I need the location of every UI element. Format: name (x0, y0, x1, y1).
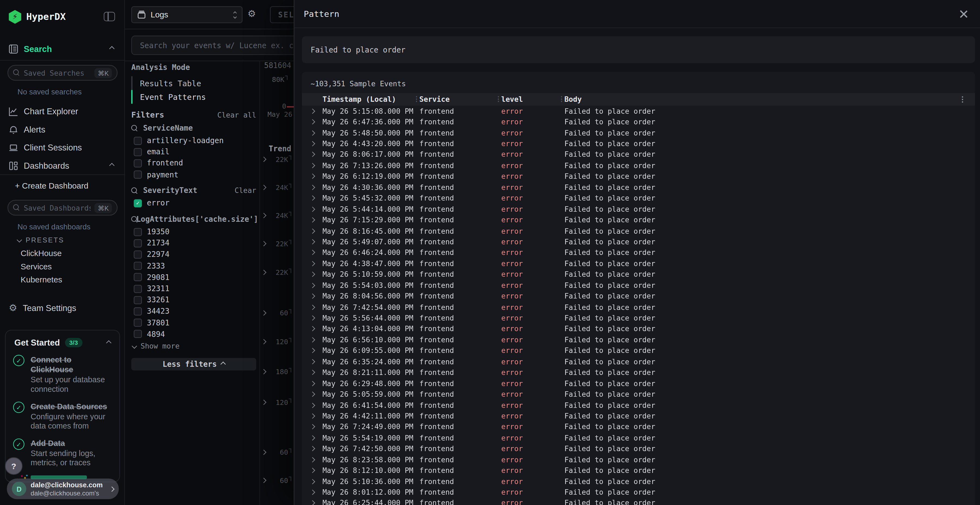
expand-pattern-chevron-icon[interactable] (261, 339, 266, 344)
expand-row-chevron-icon[interactable] (310, 337, 315, 342)
expand-row-chevron-icon[interactable] (310, 359, 315, 364)
expand-row-chevron-icon[interactable] (310, 108, 315, 113)
event-row[interactable]: May 26 6:46:24.000 PMfrontenderrorFailed… (302, 247, 975, 258)
sidebar-item-search[interactable]: Search (0, 43, 125, 55)
facet-search-icon[interactable] (131, 187, 138, 194)
expand-row-chevron-icon[interactable] (310, 392, 315, 397)
select-columns-button[interactable]: SELECT (270, 6, 294, 23)
chevron-up-icon[interactable] (109, 163, 115, 168)
preset-item[interactable]: ClickHouse (21, 249, 62, 258)
checkbox[interactable] (134, 307, 142, 315)
expand-row-chevron-icon[interactable] (310, 239, 315, 245)
event-row[interactable]: May 26 4:42:11.000 PMfrontenderrorFailed… (302, 411, 975, 421)
event-row[interactable]: May 26 5:54:03.000 PMfrontenderrorFailed… (302, 280, 975, 291)
expand-row-chevron-icon[interactable] (310, 294, 315, 299)
checkbox[interactable] (134, 250, 142, 259)
event-row[interactable]: May 26 7:24:49.000 PMfrontenderrorFailed… (302, 421, 975, 432)
event-row[interactable]: May 26 6:09:55.000 PMfrontenderrorFailed… (302, 345, 975, 356)
event-row[interactable]: May 26 5:10:36.000 PMfrontenderrorFailed… (302, 476, 975, 487)
event-row[interactable]: May 26 6:29:48.000 PMfrontenderrorFailed… (302, 378, 975, 389)
saved-searches-input[interactable] (24, 68, 91, 77)
expand-pattern-chevron-icon[interactable] (261, 400, 266, 405)
expand-pattern-chevron-icon[interactable] (261, 270, 266, 275)
expand-row-chevron-icon[interactable] (310, 457, 315, 462)
expand-row-chevron-icon[interactable] (310, 195, 315, 201)
event-row[interactable]: May 26 8:06:17.000 PMfrontenderrorFailed… (302, 149, 975, 160)
filter-option[interactable]: 29081 (134, 273, 256, 282)
filter-option[interactable]: frontend (134, 159, 256, 168)
sidebar-collapse-icon[interactable] (104, 12, 115, 21)
filter-option[interactable]: payment (134, 170, 256, 179)
get-started-item[interactable]: ✓Create Data SourcesConfigure where your… (6, 397, 119, 434)
saved-dashboards-search[interactable]: ⌘K (8, 200, 118, 216)
facet-search-icon[interactable] (131, 125, 138, 132)
filter-option[interactable]: 32311 (134, 284, 256, 293)
checkbox[interactable] (134, 284, 142, 293)
source-settings-gear-icon[interactable]: ⚙ (247, 8, 256, 19)
filter-option[interactable]: 4894 (134, 330, 256, 338)
presets-toggle[interactable]: PRESETS (18, 236, 64, 244)
event-row[interactable]: May 26 5:05:59.000 PMfrontenderrorFailed… (302, 389, 975, 400)
checkbox[interactable] (134, 171, 142, 179)
filter-option[interactable]: 37801 (134, 318, 256, 327)
sidebar-item-dashboards[interactable]: Dashboards (0, 159, 125, 172)
filter-option[interactable]: 19350 (134, 227, 256, 236)
clear-all-filters-link[interactable]: Clear all (217, 110, 256, 119)
expand-row-chevron-icon[interactable] (310, 315, 315, 321)
get-started-item[interactable]: ✓Connect to ClickHouseSet up your databa… (6, 350, 119, 397)
show-more-toggle[interactable]: Show more (132, 342, 180, 351)
checkbox[interactable] (134, 228, 142, 236)
checkbox[interactable] (134, 262, 142, 270)
expand-row-chevron-icon[interactable] (310, 163, 315, 168)
expand-pattern-chevron-icon[interactable] (261, 478, 266, 483)
checkbox[interactable] (134, 273, 142, 281)
expand-row-chevron-icon[interactable] (310, 130, 315, 135)
checkbox[interactable] (134, 330, 142, 338)
close-icon[interactable] (959, 9, 968, 19)
expand-row-chevron-icon[interactable] (310, 435, 315, 440)
expand-row-chevron-icon[interactable] (310, 261, 315, 266)
expand-pattern-chevron-icon[interactable] (261, 241, 266, 246)
saved-dashboards-input[interactable] (24, 203, 91, 212)
expand-row-chevron-icon[interactable] (310, 119, 315, 124)
event-row[interactable]: May 26 5:15:08.000 PMfrontenderrorFailed… (302, 106, 975, 116)
filter-option[interactable]: artillery-loadgen (134, 136, 256, 145)
event-row[interactable]: May 26 7:15:29.000 PMfrontenderrorFailed… (302, 214, 975, 225)
saved-searches-search[interactable]: ⌘K (8, 65, 118, 81)
expand-row-chevron-icon[interactable] (310, 424, 315, 429)
event-row[interactable]: May 26 8:16:45.000 PMfrontenderrorFailed… (302, 225, 975, 236)
preset-item[interactable]: Services (21, 262, 52, 271)
checkbox[interactable] (134, 296, 142, 304)
expand-row-chevron-icon[interactable] (310, 468, 315, 473)
expand-row-chevron-icon[interactable] (310, 173, 315, 179)
expand-pattern-chevron-icon[interactable] (261, 310, 266, 316)
event-row[interactable]: May 26 4:38:47.000 PMfrontenderrorFailed… (302, 258, 975, 269)
checkbox[interactable] (134, 148, 142, 156)
expand-pattern-chevron-icon[interactable] (261, 213, 266, 218)
event-row[interactable]: May 26 5:54:19.000 PMfrontenderrorFailed… (302, 432, 975, 443)
less-filters-button[interactable]: Less filters (131, 358, 256, 371)
expand-row-chevron-icon[interactable] (310, 446, 315, 451)
expand-row-chevron-icon[interactable] (310, 381, 315, 386)
event-search-box[interactable] (131, 36, 294, 55)
sidebar-item-client-sessions[interactable]: Client Sessions (0, 141, 125, 154)
filter-option[interactable]: 34423 (134, 307, 256, 316)
expand-pattern-chevron-icon[interactable] (261, 450, 266, 455)
expand-row-chevron-icon[interactable] (310, 413, 315, 418)
event-row[interactable]: May 26 8:21:11.000 PMfrontenderrorFailed… (302, 367, 975, 378)
column-resize-handle[interactable]: ⋮ (413, 95, 420, 103)
source-select-dropdown[interactable]: Logs (131, 6, 243, 23)
expand-row-chevron-icon[interactable] (310, 402, 315, 408)
col-level[interactable]: level (501, 95, 564, 104)
expand-row-chevron-icon[interactable] (310, 250, 315, 255)
sidebar-item-chart-explorer[interactable]: Chart Explorer (0, 105, 125, 118)
mode-event-patterns[interactable]: Event Patterns (131, 90, 256, 104)
app-logo[interactable]: ⚡ HyperDX (9, 10, 65, 24)
filter-option[interactable]: 33261 (134, 295, 256, 304)
checkbox[interactable]: ✓ (134, 199, 142, 207)
event-row[interactable]: May 26 4:30:36.000 PMfrontenderrorFailed… (302, 182, 975, 193)
event-row[interactable]: May 26 5:56:44.000 PMfrontenderrorFailed… (302, 313, 975, 324)
event-row[interactable]: May 26 6:56:10.000 PMfrontenderrorFailed… (302, 334, 975, 345)
event-row[interactable]: May 26 5:48:50.000 PMfrontenderrorFailed… (302, 127, 975, 138)
chevron-up-icon[interactable] (106, 340, 111, 345)
